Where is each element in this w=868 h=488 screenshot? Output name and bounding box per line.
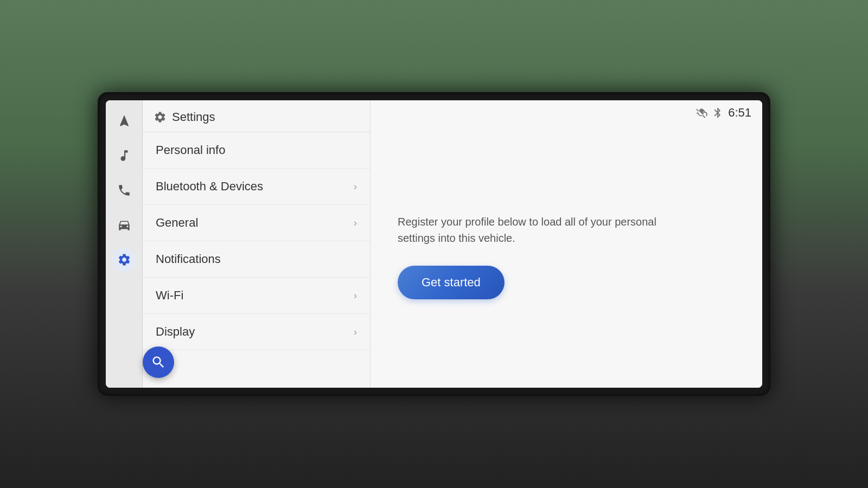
settings-header-icon: [154, 111, 167, 124]
chevron-general-icon: ›: [354, 217, 357, 229]
wifi-off-icon: [695, 107, 707, 119]
profile-description: Register your profile below to load all …: [398, 214, 669, 246]
menu-item-notifications-label: Notifications: [156, 252, 221, 266]
settings-header: Settings: [143, 100, 370, 132]
menu-item-display[interactable]: Display ›: [143, 314, 370, 350]
menu-item-wifi-label: Wi-Fi: [156, 288, 183, 303]
get-started-button[interactable]: Get started: [398, 266, 505, 299]
search-button[interactable]: [143, 346, 174, 378]
menu-item-bluetooth-label: Bluetooth & Devices: [156, 179, 263, 194]
menu-item-bluetooth[interactable]: Bluetooth & Devices ›: [143, 169, 370, 205]
menu-item-notifications[interactable]: Notifications: [143, 241, 370, 278]
nav-bar: [106, 100, 143, 388]
settings-panel: Settings Personal info Bluetooth & Devic…: [143, 100, 371, 388]
chevron-display-icon: ›: [354, 326, 357, 338]
menu-item-general-label: General: [156, 216, 198, 230]
settings-menu: Personal info Bluetooth & Devices › Gene…: [143, 132, 370, 388]
nav-navigation[interactable]: [112, 109, 136, 133]
menu-item-display-label: Display: [156, 325, 195, 339]
menu-item-personal-info-label: Personal info: [156, 143, 225, 157]
search-icon: [151, 355, 166, 370]
menu-item-general[interactable]: General ›: [143, 205, 370, 241]
screen-bezel: Settings Personal info Bluetooth & Devic…: [98, 92, 770, 396]
nav-settings[interactable]: [112, 248, 136, 272]
bluetooth-icon: [712, 107, 724, 119]
chevron-bluetooth-icon: ›: [354, 181, 357, 192]
menu-item-personal-info[interactable]: Personal info: [143, 132, 370, 169]
status-bar: 6:51: [371, 100, 762, 125]
settings-title: Settings: [172, 110, 215, 124]
content-panel: 6:51 Register your profile below to load…: [371, 100, 762, 388]
nav-car[interactable]: [112, 213, 136, 237]
status-icons: 6:51: [695, 106, 751, 120]
menu-item-wifi[interactable]: Wi-Fi ›: [143, 278, 370, 314]
content-body: Register your profile below to load all …: [371, 125, 762, 388]
chevron-wifi-icon: ›: [354, 290, 357, 301]
nav-music[interactable]: [112, 144, 136, 168]
status-time: 6:51: [728, 106, 751, 120]
nav-phone[interactable]: [112, 178, 136, 202]
main-screen: Settings Personal info Bluetooth & Devic…: [106, 100, 762, 388]
